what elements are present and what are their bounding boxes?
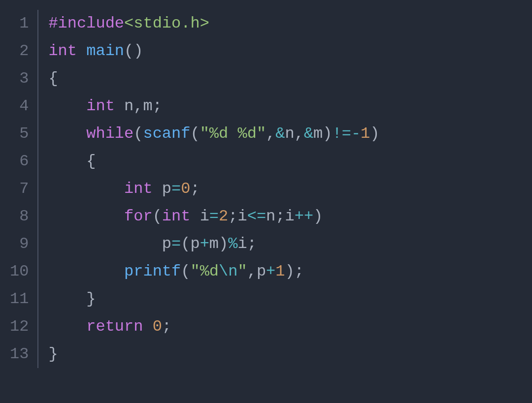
code-token: return: [86, 317, 143, 336]
code-token: i: [285, 207, 294, 225]
code-token: (: [153, 207, 162, 225]
code-token: while: [86, 124, 133, 143]
code-token: [143, 317, 152, 336]
code-line[interactable]: {: [48, 148, 379, 175]
code-token: (): [124, 42, 143, 60]
code-line[interactable]: #include<stdio.h>: [48, 10, 379, 37]
code-token: ++: [295, 207, 313, 225]
line-number-gutter: 12345678910111213: [10, 10, 38, 368]
code-token: main: [86, 42, 124, 60]
code-token: int: [162, 207, 191, 225]
code-line[interactable]: while(scanf("%d %d",&n,&m)!=-1): [48, 120, 379, 148]
code-token: [77, 42, 86, 60]
line-number: 11: [10, 285, 29, 313]
code-token: (: [181, 262, 190, 280]
line-number: 12: [10, 313, 29, 341]
code-area[interactable]: #include<stdio.h>int main(){ int n,m; wh…: [38, 10, 379, 368]
code-token: %: [228, 235, 237, 253]
code-token: ): [285, 262, 294, 280]
code-token: <stdio.h>: [124, 14, 209, 32]
code-token: {: [48, 69, 58, 88]
code-token: p: [190, 235, 200, 253]
code-token: ;: [153, 97, 162, 115]
code-token: }: [86, 290, 96, 308]
code-token: ): [219, 235, 228, 253]
code-token: -: [351, 124, 361, 143]
code-line[interactable]: return 0;: [48, 313, 379, 341]
code-token: 1: [361, 124, 370, 143]
code-token: }: [48, 345, 58, 363]
code-token: (: [190, 124, 200, 143]
code-line[interactable]: }: [48, 285, 379, 313]
line-number: 10: [10, 258, 29, 285]
code-token: n: [285, 124, 294, 143]
code-token: printf: [124, 262, 181, 280]
line-number: 3: [10, 65, 29, 93]
line-number: 5: [10, 120, 29, 148]
code-token: +: [266, 262, 275, 280]
code-line[interactable]: }: [48, 341, 379, 368]
code-line[interactable]: int p=0;: [48, 175, 379, 203]
line-number: 1: [10, 10, 29, 37]
code-token: ,: [266, 124, 275, 143]
code-token: i: [190, 207, 209, 225]
code-token: for: [124, 207, 153, 225]
code-token: (: [133, 124, 143, 143]
code-token: m: [313, 124, 323, 143]
code-token: i: [237, 207, 247, 225]
code-token: int: [48, 42, 77, 60]
line-number: 4: [10, 93, 29, 120]
line-number: 2: [10, 37, 29, 65]
code-token: int: [124, 180, 153, 198]
code-token: {: [86, 152, 96, 170]
code-token: p: [153, 180, 171, 198]
code-token: n: [115, 97, 133, 115]
code-token: ;: [162, 317, 171, 336]
code-token: ;: [247, 235, 257, 253]
code-token: 0: [153, 317, 162, 336]
code-token: <=: [247, 207, 266, 225]
code-token: int: [86, 97, 115, 115]
code-line[interactable]: printf("%d\n",p+1);: [48, 258, 379, 285]
code-token: ,: [247, 262, 257, 280]
code-line[interactable]: {: [48, 65, 379, 93]
code-token: 0: [181, 180, 190, 198]
code-token: m: [209, 235, 219, 253]
code-token: 1: [275, 262, 285, 280]
line-number: 13: [10, 341, 29, 368]
code-token: &: [304, 124, 313, 143]
code-token: ,: [295, 124, 304, 143]
code-line[interactable]: p=(p+m)%i;: [48, 230, 379, 258]
code-token: ;: [275, 207, 285, 225]
code-line[interactable]: int n,m;: [48, 93, 379, 120]
code-token: =: [171, 180, 181, 198]
code-token: (: [181, 235, 190, 253]
code-token: "%d %d": [200, 124, 266, 143]
code-token: &: [275, 124, 285, 143]
code-editor[interactable]: 12345678910111213 #include<stdio.h>int m…: [10, 10, 522, 368]
code-token: scanf: [143, 124, 190, 143]
code-token: =: [171, 235, 181, 253]
line-number: 6: [10, 148, 29, 175]
code-line[interactable]: int main(): [48, 37, 379, 65]
code-token: =: [209, 207, 219, 225]
code-token: !=: [332, 124, 351, 143]
line-number: 7: [10, 175, 29, 203]
code-token: ,: [133, 97, 143, 115]
code-line[interactable]: for(int i=2;i<=n;i++): [48, 203, 379, 230]
code-token: ): [323, 124, 332, 143]
code-token: \n: [219, 262, 237, 280]
code-token: n: [266, 207, 275, 225]
code-token: ;: [190, 180, 200, 198]
code-token: "%d: [190, 262, 219, 280]
code-token: m: [143, 97, 152, 115]
code-token: ": [237, 262, 247, 280]
code-token: p: [162, 235, 171, 253]
code-token: p: [257, 262, 266, 280]
line-number: 9: [10, 230, 29, 258]
code-token: +: [200, 235, 209, 253]
code-token: 2: [219, 207, 228, 225]
code-token: i: [237, 235, 247, 253]
code-token: ): [313, 207, 323, 225]
code-token: #include: [48, 14, 124, 32]
